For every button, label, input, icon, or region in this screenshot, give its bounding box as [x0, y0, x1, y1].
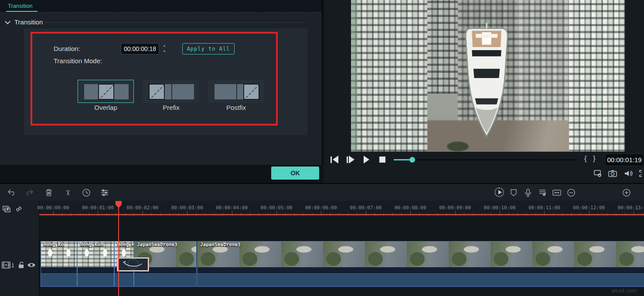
- stop-button[interactable]: [379, 155, 385, 164]
- section-divider: [44, 22, 306, 23]
- mode-name-overlap: Overlap: [78, 104, 134, 111]
- previous-frame-button[interactable]: [331, 155, 338, 164]
- ruler-timestamp: 00:00:09:00: [437, 205, 474, 211]
- ruler-timestamp: 00:00:00:00: [35, 205, 72, 211]
- display-settings-icon[interactable]: [593, 169, 603, 178]
- play-icon: [364, 156, 369, 163]
- clip-body: [41, 267, 77, 273]
- playhead-line: [118, 201, 119, 296]
- clip-audio-band: [134, 273, 196, 286]
- duration-field-group: ▲ ▼: [121, 43, 168, 54]
- clip-label: Hong Ko: [44, 242, 64, 248]
- zoom-in-button[interactable]: [621, 188, 632, 197]
- mark-in-icon[interactable]: {: [584, 154, 587, 163]
- clip-thumbnails: [198, 242, 644, 267]
- render-preview-button[interactable]: [494, 187, 504, 197]
- undo-button[interactable]: [6, 188, 17, 197]
- video-track-1: Hong KoHong KonHong KoJapanSeaDrone3Japa…: [0, 241, 644, 287]
- mode-name-prefix: Prefix: [143, 104, 199, 111]
- timeline-clip[interactable]: Hong Kon: [77, 241, 114, 287]
- ruler-timestamp: 00:00:01:00: [79, 205, 116, 211]
- postfix-transition-icon: [243, 84, 259, 100]
- clip-body: [78, 267, 114, 273]
- ruler-timestamp: 00:00:04:00: [214, 205, 250, 211]
- preview-panel: { } 00:00:01:19: [324, 0, 644, 183]
- clip-label: JapanSeaDrone3: [200, 242, 241, 248]
- next-frame-button[interactable]: [347, 155, 354, 164]
- seek-handle[interactable]: [409, 157, 415, 163]
- add-track-icon[interactable]: [2, 205, 12, 216]
- building: [351, 0, 427, 152]
- clip-audio-band: [78, 273, 114, 286]
- clip-b-rect: [172, 84, 194, 99]
- ruler-baseline: [39, 214, 644, 215]
- tab-transition[interactable]: Transition: [8, 3, 33, 9]
- video-editor-app: Transition Transition Duration: ▲ ▼ Appl…: [0, 0, 644, 296]
- duration-clock-button[interactable]: [81, 188, 92, 197]
- mode-option-postfix[interactable]: [208, 80, 264, 103]
- redo-button[interactable]: [24, 188, 35, 197]
- stop-icon: [379, 157, 385, 163]
- duration-increment-icon[interactable]: ▲: [161, 43, 167, 48]
- applied-transition-clip[interactable]: [117, 257, 149, 272]
- snapshot-camera-icon[interactable]: [608, 169, 617, 178]
- mode-option-prefix[interactable]: [143, 80, 199, 103]
- step-back-icon: [333, 156, 338, 163]
- timeline-clip[interactable]: JapanSeaDrone3: [197, 241, 644, 287]
- duration-label: Duration:: [54, 45, 80, 52]
- ruler-timestamp: 00:00:08:00: [392, 205, 429, 211]
- mode-option-overlap[interactable]: [78, 80, 134, 103]
- clip-a-rect: [215, 84, 236, 99]
- timeline-area: ∞ 1 00:00:00:0000:00:01:0000:00:02:0000:…: [0, 201, 644, 296]
- ok-button[interactable]: OK: [271, 167, 319, 180]
- ruler-timestamp: 00:00:11:00: [526, 205, 562, 211]
- ruler-timestamp: 00:00:12:00: [571, 205, 607, 211]
- ruler-timestamp: 00:00:05:00: [258, 205, 295, 211]
- play-button[interactable]: [364, 155, 369, 164]
- step-forward-icon: [349, 156, 354, 163]
- duration-input[interactable]: [121, 43, 159, 54]
- delete-button[interactable]: [44, 188, 54, 197]
- tab-active-underline: [6, 11, 37, 12]
- boat-building: [448, 23, 525, 141]
- zoom-out-button[interactable]: [566, 188, 576, 197]
- clip-audio-band: [41, 273, 77, 286]
- transition-panel: Transition Transition Duration: ▲ ▼ Appl…: [0, 0, 323, 183]
- panel-tabbar: Transition: [0, 0, 322, 12]
- overlap-transition-icon: [98, 84, 114, 100]
- apply-to-all-button[interactable]: Apply to All: [182, 43, 235, 54]
- clip-audio-band: [115, 273, 133, 286]
- mark-out-icon[interactable]: }: [593, 154, 596, 163]
- fit-timeline-button[interactable]: [552, 188, 562, 197]
- transition-mode-label: Transition Mode:: [54, 57, 102, 65]
- ripple-edit-icon[interactable]: ∞: [14, 203, 24, 214]
- ruler-timestamp: 00:00:13:00: [615, 205, 644, 211]
- current-timecode: 00:00:01:19: [605, 153, 644, 166]
- record-voiceover-button[interactable]: [523, 188, 533, 197]
- clip-label: Hong Kon: [80, 242, 103, 248]
- marker-flag-button[interactable]: [508, 188, 519, 197]
- clip-label: Hong Ko: [117, 242, 134, 248]
- ruler-timestamp: 00:00:03:00: [169, 205, 205, 211]
- clip-body: [198, 267, 644, 273]
- timeline-toolbar: ✂: [0, 183, 644, 201]
- section-title: Transition: [14, 18, 43, 26]
- split-scissors-icon[interactable]: ✂: [63, 187, 72, 198]
- audio-mixer-button[interactable]: [537, 188, 548, 197]
- ruler-timestamp: 00:00:02:00: [124, 205, 161, 211]
- fullscreen-icon[interactable]: [638, 169, 644, 178]
- clip-label: JapanSeaDrone3: [137, 242, 177, 248]
- duration-decrement-icon[interactable]: ▼: [161, 49, 167, 54]
- volume-icon[interactable]: [624, 169, 633, 178]
- clip-audio-band: [198, 273, 644, 286]
- mode-name-postfix: Postfix: [208, 104, 264, 111]
- ruler-timestamp: 00:00:07:00: [348, 205, 384, 211]
- timeline-clip[interactable]: Hong Ko: [41, 241, 77, 287]
- video-preview: [351, 0, 625, 152]
- seek-slider[interactable]: [394, 159, 577, 160]
- ruler-timestamp: 00:00:06:00: [303, 205, 339, 211]
- adjust-settings-button[interactable]: [99, 188, 110, 197]
- section-collapse-chevron-icon[interactable]: [5, 19, 10, 24]
- panel-footer: OK: [0, 165, 323, 183]
- building: [569, 0, 625, 152]
